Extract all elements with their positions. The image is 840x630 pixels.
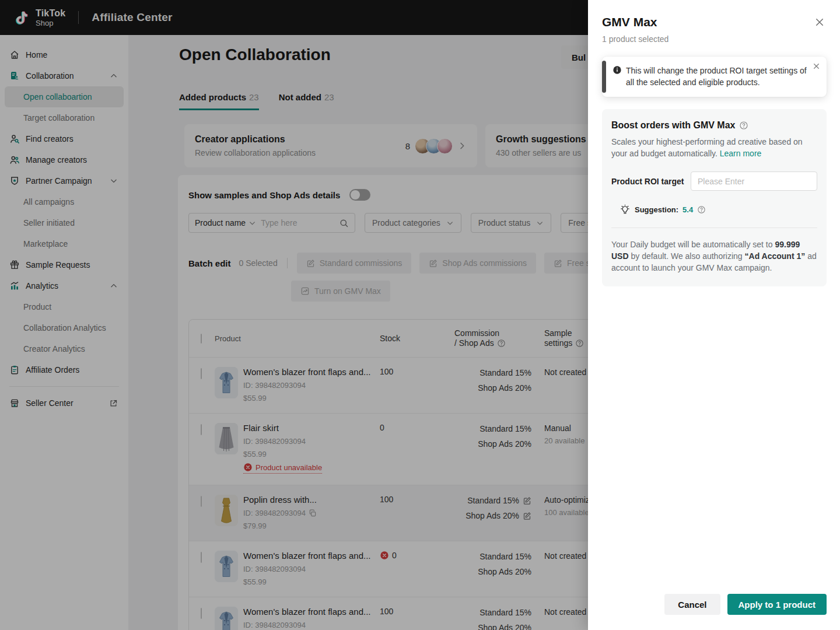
drawer-title: GMV Max xyxy=(602,15,826,29)
suggestion-label: Suggestion: xyxy=(635,205,678,214)
budget-description: Your Daily budget will be automatically … xyxy=(611,239,817,274)
apply-button[interactable]: Apply to 1 product xyxy=(727,594,827,615)
gmv-settings-card: Boost orders with GMV Max Scales your hi… xyxy=(602,109,827,286)
idea-bulb-icon xyxy=(620,204,631,215)
suggestion-value[interactable]: 5.4 xyxy=(682,205,693,214)
info-banner: This will change the product ROI target … xyxy=(602,57,827,97)
divider xyxy=(611,228,817,228)
drawer-footer: Cancel Apply to 1 product xyxy=(588,594,840,630)
help-icon[interactable] xyxy=(739,121,748,130)
drawer-subtitle: 1 product selected xyxy=(602,34,826,44)
gmv-card-title: Boost orders with GMV Max xyxy=(611,120,735,131)
screen: TikTok Shop Affiliate Center HomeCollabo… xyxy=(0,0,840,630)
roi-target-input[interactable] xyxy=(691,172,817,191)
cancel-button[interactable]: Cancel xyxy=(664,594,720,615)
gmv-max-drawer: GMV Max 1 product selected This will cha… xyxy=(588,0,840,630)
banner-close-icon[interactable] xyxy=(813,62,821,71)
budget-bold-segment: “Ad Account 1” xyxy=(745,251,806,261)
learn-more-link[interactable]: Learn more xyxy=(720,149,762,158)
info-icon xyxy=(612,65,622,75)
help-icon[interactable] xyxy=(697,205,706,214)
banner-text: This will change the product ROI target … xyxy=(626,65,807,88)
budget-segment: by default. We also authorizing xyxy=(629,251,745,261)
gmv-card-description: Scales your highest-performing ad creati… xyxy=(611,136,817,159)
modal-overlay[interactable] xyxy=(0,0,588,630)
roi-target-label: Product ROI target xyxy=(611,177,691,186)
close-icon[interactable] xyxy=(814,17,825,27)
budget-segment: Your Daily budget will be automatically … xyxy=(611,240,775,249)
